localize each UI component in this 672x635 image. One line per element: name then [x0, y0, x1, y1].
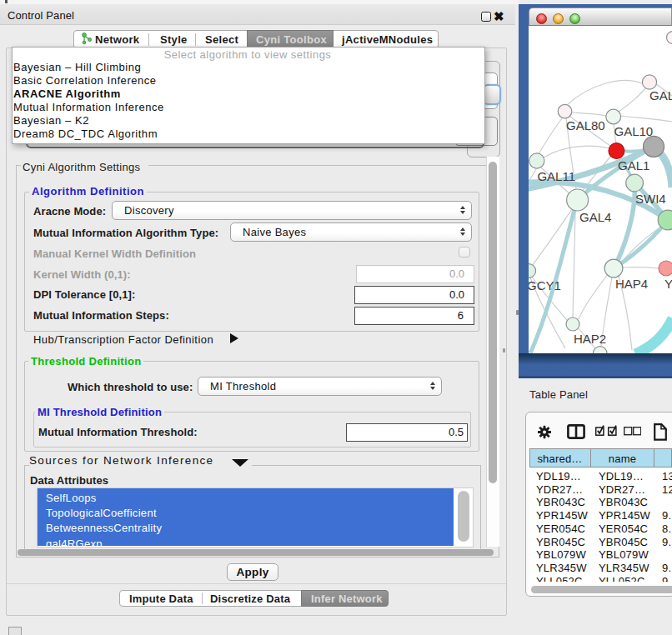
svg-text:HAP2: HAP2 [574, 332, 606, 346]
svg-text:Y: Y [664, 277, 672, 291]
svg-text:GAL1: GAL1 [618, 158, 649, 172]
svg-text:GCY1: GCY1 [529, 278, 561, 292]
svg-text:GAL11: GAL11 [537, 169, 575, 183]
svg-text:GAL: GAL [649, 88, 672, 102]
svg-text:SWI4: SWI4 [635, 192, 666, 206]
svg-text:GAL4: GAL4 [579, 210, 611, 224]
svg-text:GAL80: GAL80 [566, 118, 605, 132]
svg-text:HAP4: HAP4 [615, 277, 648, 291]
svg-text:GAL10: GAL10 [614, 124, 654, 138]
